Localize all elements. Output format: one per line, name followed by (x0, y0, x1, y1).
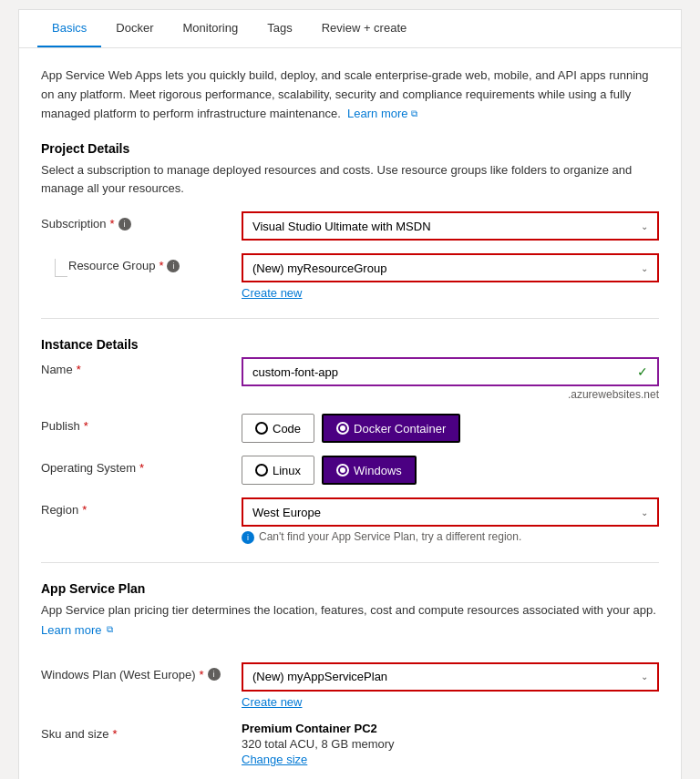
subscription-chevron-icon: ⌄ (641, 221, 648, 231)
publish-label: Publish * (41, 414, 242, 433)
tab-bar: Basics Docker Monitoring Tags Review + c… (19, 10, 681, 48)
region-select[interactable]: West Europe ⌄ (242, 497, 659, 527)
region-chevron-icon: ⌄ (641, 507, 648, 518)
project-details-section: Project Details Select a subscription to… (41, 141, 659, 300)
instance-details-title: Instance Details (41, 337, 659, 352)
divider-1 (41, 318, 659, 319)
intro-text: App Service Web Apps lets you quickly bu… (41, 67, 659, 123)
sku-required: * (112, 727, 117, 741)
publish-code-option[interactable]: Code (242, 414, 314, 443)
os-options: Linux Windows (242, 456, 659, 485)
subscription-info-icon[interactable]: i (118, 218, 131, 231)
sku-row: Sku and size * Premium Container PC2 320… (41, 722, 659, 766)
divider-2 (41, 562, 659, 563)
tab-basics[interactable]: Basics (37, 10, 101, 47)
os-required: * (139, 461, 144, 475)
name-control: custom-font-app ✓ .azurewebsites.net (242, 357, 659, 401)
app-service-ext-icon: ⧉ (107, 624, 113, 635)
sku-desc: 320 total ACU, 8 GB memory (242, 737, 659, 751)
windows-plan-row: Windows Plan (West Europe) * i (New) myA… (41, 662, 659, 709)
resource-group-required: * (159, 259, 163, 272)
resource-group-label: Resource Group * i (68, 253, 242, 272)
resource-group-info-icon[interactable]: i (167, 260, 180, 272)
publish-docker-option[interactable]: Docker Container (322, 414, 460, 443)
resource-group-select[interactable]: (New) myResourceGroup ⌄ (242, 253, 659, 282)
windows-plan-control: (New) myAppServicePlan ⌄ Create new (242, 662, 659, 709)
windows-plan-info-icon[interactable]: i (208, 668, 221, 681)
region-required: * (82, 503, 87, 517)
region-info-msg: i Can't find your App Service Plan, try … (242, 530, 659, 544)
sku-label: Sku and size * (41, 722, 242, 741)
subscription-select[interactable]: Visual Studio Ultimate with MSDN ⌄ (242, 211, 659, 241)
app-service-learn-more[interactable]: Learn more ⧉ (41, 623, 113, 637)
publish-options: Code Docker Container (242, 414, 659, 443)
name-label: Name * (41, 357, 242, 376)
os-label: Operating System * (41, 456, 242, 475)
external-link-icon: ⧉ (411, 107, 417, 121)
publish-required: * (84, 419, 88, 433)
windows-plan-label: Windows Plan (West Europe) * i (41, 662, 242, 682)
main-content: App Service Web Apps lets you quickly bu… (19, 48, 681, 779)
resource-group-chevron-icon: ⌄ (641, 263, 648, 273)
azure-suffix: .azurewebsites.net (242, 388, 659, 401)
windows-plan-select[interactable]: (New) myAppServicePlan ⌄ (242, 662, 659, 692)
subscription-control: Visual Studio Ultimate with MSDN ⌄ (242, 211, 659, 241)
name-check-icon: ✓ (637, 364, 648, 379)
sku-name: Premium Container PC2 (242, 722, 659, 735)
windows-plan-chevron-icon: ⌄ (641, 671, 648, 682)
change-size-link[interactable]: Change size (242, 753, 307, 766)
subscription-row: Subscription * i Visual Studio Ultimate … (41, 211, 659, 241)
tab-review-create[interactable]: Review + create (307, 10, 422, 47)
publish-code-radio (255, 422, 268, 435)
app-service-plan-title: App Service Plan (41, 581, 659, 596)
region-row: Region * West Europe ⌄ i Can't find your… (41, 497, 659, 544)
resource-group-control: (New) myResourceGroup ⌄ Create new (242, 253, 659, 300)
intro-learn-more[interactable]: Learn more ⧉ (347, 105, 417, 124)
instance-details-section: Instance Details Name * custom-font-app … (41, 337, 659, 544)
region-label: Region * (41, 497, 242, 517)
app-service-plan-section: App Service Plan App Service plan pricin… (41, 581, 659, 766)
subscription-required: * (110, 217, 115, 231)
windows-plan-create-new[interactable]: Create new (242, 695, 302, 709)
project-details-desc: Select a subscription to manage deployed… (41, 161, 659, 197)
sku-control: Premium Container PC2 320 total ACU, 8 G… (242, 722, 659, 766)
os-row: Operating System * Linux Windows (41, 456, 659, 485)
resource-group-row: Resource Group * i (New) myResourceGroup… (41, 253, 659, 300)
tab-tags[interactable]: Tags (252, 10, 306, 47)
name-row: Name * custom-font-app ✓ .azurewebsites.… (41, 357, 659, 401)
os-linux-radio (255, 464, 268, 477)
publish-row: Publish * Code Docker Container (41, 414, 659, 443)
os-linux-option[interactable]: Linux (242, 456, 314, 485)
tab-monitoring[interactable]: Monitoring (168, 10, 252, 47)
os-windows-option[interactable]: Windows (322, 456, 417, 485)
publish-docker-radio (336, 422, 349, 435)
name-input[interactable]: custom-font-app ✓ (242, 357, 659, 386)
region-info-icon: i (242, 531, 254, 544)
name-required: * (77, 363, 81, 376)
tab-docker[interactable]: Docker (101, 10, 168, 47)
os-windows-radio (336, 464, 349, 477)
app-service-plan-desc: App Service plan pricing tier determines… (41, 601, 659, 620)
resource-group-create-new[interactable]: Create new (242, 286, 302, 300)
project-details-title: Project Details (41, 141, 659, 156)
region-control: West Europe ⌄ i Can't find your App Serv… (242, 497, 659, 544)
subscription-label: Subscription * i (41, 211, 242, 231)
windows-plan-required: * (200, 668, 204, 682)
